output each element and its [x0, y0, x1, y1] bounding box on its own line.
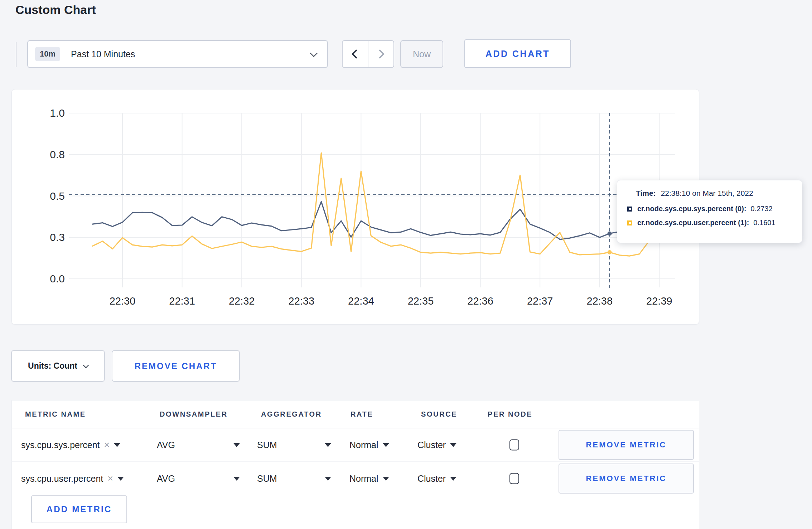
remove-chart-button[interactable]: REMOVE CHART: [112, 350, 240, 382]
caret-down-icon: [325, 443, 331, 447]
aggregator-dropdown[interactable]: SUM: [257, 462, 331, 495]
tooltip-series-row: cr.node.sys.cpu.user.percent (1): 0.1601: [636, 219, 802, 227]
units-dropdown[interactable]: Units: Count: [11, 350, 105, 382]
svg-text:1.0: 1.0: [50, 107, 65, 119]
caret-down-icon: [383, 443, 389, 447]
svg-text:22:38: 22:38: [587, 295, 613, 307]
column-header-metric-name: METRIC NAME: [25, 401, 86, 428]
custom-chart-page: Custom Chart 10m Past 10 Minutes Now ADD…: [0, 0, 812, 529]
time-range-badge: 10m: [35, 47, 60, 61]
svg-text:22:33: 22:33: [289, 295, 315, 307]
column-header-downsampler: DOWNSAMPLER: [160, 401, 228, 428]
downsampler-dropdown[interactable]: AVG: [157, 462, 240, 495]
remove-metric-button[interactable]: REMOVE METRIC: [559, 464, 694, 494]
source-dropdown[interactable]: Cluster: [417, 462, 456, 495]
caret-down-icon: [450, 477, 456, 481]
chevron-right-icon: [375, 49, 384, 58]
time-range-label: Past 10 Minutes: [71, 49, 135, 59]
caret-down-icon: [450, 443, 456, 447]
caret-down-icon: [383, 477, 389, 481]
tooltip-series-name: cr.node.sys.cpu.sys.percent (0):: [637, 205, 746, 213]
add-metric-button[interactable]: ADD METRIC: [31, 495, 127, 523]
column-header-source: SOURCE: [421, 401, 457, 428]
sys-series-swatch-icon: [627, 207, 632, 212]
source-value: Cluster: [417, 440, 446, 450]
downsampler-value: AVG: [157, 474, 175, 484]
tooltip-series-row: cr.node.sys.cpu.sys.percent (0): 0.2732: [636, 205, 802, 213]
chart-tooltip: Time:22:38:10 on Mar 15th, 2022 cr.node.…: [617, 180, 802, 243]
tooltip-time-value: 22:38:10 on Mar 15th, 2022: [661, 189, 753, 197]
caret-down-icon: [233, 477, 240, 481]
per-node-checkbox[interactable]: [509, 440, 519, 451]
metric-row: sys.cpu.sys.percent × AVG SUM Normal Clu…: [12, 428, 699, 461]
caret-down-icon: [117, 477, 124, 481]
now-button[interactable]: Now: [400, 40, 443, 68]
downsampler-dropdown[interactable]: AVG: [157, 428, 240, 461]
per-node-checkbox[interactable]: [509, 473, 519, 484]
caret-down-icon: [233, 443, 240, 447]
column-header-per-node: PER NODE: [488, 401, 532, 428]
tooltip-time-key: Time:: [636, 189, 656, 197]
chart-card: 1.00.80.50.30.022:3022:3122:3222:3322:34…: [11, 89, 699, 325]
next-time-button[interactable]: [368, 41, 393, 67]
svg-text:22:31: 22:31: [169, 295, 195, 307]
caret-down-icon: [325, 477, 331, 481]
chevron-down-icon: [83, 362, 89, 368]
source-value: Cluster: [417, 474, 446, 484]
metric-name-label: sys.cpu.user.percent: [21, 474, 103, 484]
aggregator-value: SUM: [257, 474, 277, 484]
svg-text:22:32: 22:32: [229, 295, 255, 307]
time-nav-control: [342, 40, 394, 68]
svg-text:0.0: 0.0: [50, 273, 65, 285]
chevron-left-icon: [352, 49, 361, 58]
svg-text:22:34: 22:34: [348, 295, 374, 307]
svg-text:0.5: 0.5: [50, 190, 65, 202]
metric-name-dropdown[interactable]: sys.cpu.user.percent ×: [21, 462, 124, 495]
units-label: Units: Count: [28, 361, 77, 371]
rate-dropdown[interactable]: Normal: [349, 428, 389, 461]
add-chart-button[interactable]: ADD CHART: [464, 39, 571, 68]
rate-value: Normal: [349, 440, 378, 450]
svg-text:22:37: 22:37: [527, 295, 553, 307]
tooltip-time: Time:22:38:10 on Mar 15th, 2022: [636, 189, 802, 198]
metric-row: sys.cpu.user.percent × AVG SUM Normal Cl…: [12, 462, 699, 495]
source-dropdown[interactable]: Cluster: [417, 428, 456, 461]
tooltip-series-name: cr.node.sys.cpu.user.percent (1):: [637, 219, 749, 227]
caret-down-icon: [114, 443, 120, 447]
clear-metric-icon[interactable]: ×: [104, 440, 110, 451]
chevron-down-icon: [310, 49, 318, 57]
controls-divider: [16, 42, 16, 67]
remove-metric-button[interactable]: REMOVE METRIC: [559, 430, 694, 460]
timeseries-plot[interactable]: 1.00.80.50.30.022:3022:3122:3222:3322:34…: [12, 89, 700, 325]
svg-text:22:35: 22:35: [408, 295, 434, 307]
svg-text:0.3: 0.3: [50, 231, 65, 243]
aggregator-dropdown[interactable]: SUM: [257, 428, 331, 461]
clear-metric-icon[interactable]: ×: [107, 473, 113, 484]
user-series-swatch-icon: [627, 220, 632, 225]
rate-value: Normal: [349, 474, 378, 484]
column-header-rate: RATE: [351, 401, 373, 428]
metrics-table-header: METRIC NAME DOWNSAMPLER AGGREGATOR RATE …: [12, 401, 699, 428]
prev-time-button[interactable]: [343, 41, 368, 67]
column-header-aggregator: AGGREGATOR: [261, 401, 322, 428]
tooltip-series-value: 0.1601: [753, 219, 775, 227]
tooltip-series-value: 0.2732: [751, 205, 773, 213]
aggregator-value: SUM: [257, 440, 277, 450]
metric-name-label: sys.cpu.sys.percent: [21, 440, 100, 450]
svg-text:22:39: 22:39: [646, 295, 672, 307]
rate-dropdown[interactable]: Normal: [349, 462, 389, 495]
page-title: Custom Chart: [15, 3, 96, 17]
downsampler-value: AVG: [157, 440, 175, 450]
metric-name-dropdown[interactable]: sys.cpu.sys.percent ×: [21, 428, 120, 461]
svg-text:22:30: 22:30: [110, 295, 136, 307]
svg-text:0.8: 0.8: [50, 149, 65, 160]
time-range-dropdown[interactable]: 10m Past 10 Minutes: [27, 40, 328, 68]
svg-text:22:36: 22:36: [467, 295, 493, 307]
